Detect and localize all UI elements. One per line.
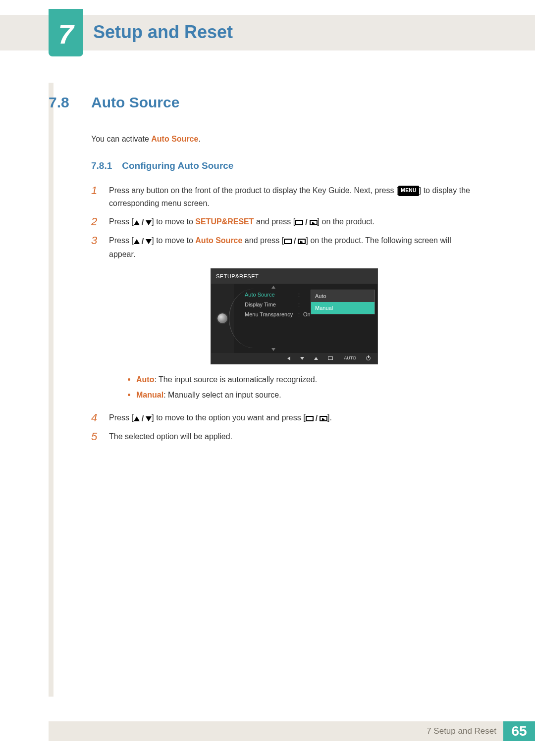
osd-auto-label: AUTO (343, 354, 356, 362)
menu-button-icon: MENU (398, 186, 419, 196)
step-2-text-d: ] on the product. (318, 217, 375, 226)
osd-option-auto: Auto (311, 290, 374, 302)
step-3-target: Auto Source (195, 236, 242, 245)
chapter-title: Setup and Reset (93, 22, 233, 43)
step-4: 4 Press [/] to move to the option you wa… (91, 411, 480, 425)
step-number: 1 (91, 184, 100, 210)
step-3-text-c: and press [ (242, 236, 284, 245)
intro-suffix: . (198, 135, 200, 143)
up-down-arrow-icon: / (134, 216, 152, 229)
step-5: 5 The selected option will be applied. (91, 430, 480, 443)
osd-power-icon (366, 356, 371, 360)
osd-up-icon (314, 357, 318, 360)
intro-prefix: You can activate (91, 135, 151, 143)
step-4-text-a: Press [ (109, 413, 134, 422)
enter-source-icon: / (295, 216, 317, 229)
step-list: 1 Press any button on the front of the p… (91, 184, 480, 444)
section-title: Auto Source (91, 94, 179, 111)
step-number: 4 (91, 411, 100, 425)
step-3-text-a: Press [ (109, 236, 134, 245)
bullet-auto: Auto: The input source is automatically … (128, 373, 480, 386)
osd-footer: AUTO (211, 353, 377, 364)
osd-colon: : (298, 290, 303, 299)
bullet-manual: Manual: Manually select an input source. (128, 389, 480, 402)
bullet-text: : The input source is automatically reco… (154, 375, 317, 384)
osd-scroll-up-icon (271, 286, 275, 289)
step-2-text-b: ] to move to (152, 217, 195, 226)
bullet-term: Manual (136, 391, 163, 399)
step-4-text-c: ]. (327, 413, 332, 422)
osd-colon: : (298, 310, 303, 319)
gear-icon (217, 313, 227, 323)
footer-chapter-label: 7 Setup and Reset (427, 726, 503, 736)
osd-dropdown: Auto Manual (311, 290, 375, 314)
section-number: 7.8 (49, 94, 79, 111)
step-1-text-a: Press any button on the front of the pro… (109, 186, 398, 195)
bullet-icon (128, 378, 130, 381)
osd-enter-icon (328, 356, 333, 360)
up-down-arrow-icon: / (134, 412, 152, 425)
osd-down-icon (300, 357, 304, 360)
step-2: 2 Press [/] to move to SETUP&RESET and p… (91, 215, 480, 229)
step-2-text-a: Press [ (109, 217, 134, 226)
step-3-text-b: ] to move to (152, 236, 195, 245)
subsection-title: Configuring Auto Source (122, 160, 233, 171)
step-1: 1 Press any button on the front of the p… (91, 184, 480, 210)
osd-header: SETUP&RESET (211, 269, 377, 284)
osd-back-icon (287, 356, 290, 360)
chapter-number-badge: 7 (49, 9, 83, 56)
step-number: 5 (91, 430, 100, 443)
intro-text: You can activate Auto Source. (91, 135, 480, 144)
enter-source-icon: / (284, 235, 306, 248)
step-2-text-c: and press [ (254, 217, 296, 226)
osd-scroll-down-icon (271, 348, 275, 351)
bullet-text: : Manually select an input source. (163, 391, 281, 399)
osd-row-label: Menu Transparency (245, 310, 298, 319)
osd-colon: : (298, 300, 303, 309)
step-5-text: The selected option will be applied. (109, 430, 480, 443)
bullet-icon (128, 394, 130, 396)
osd-option-manual: Manual (311, 302, 374, 314)
bullet-term: Auto (136, 375, 154, 384)
footer-bar: 7 Setup and Reset 65 (49, 721, 535, 741)
step-4-text-b: ] to move to the option you want and pre… (152, 413, 305, 422)
osd-row-label: Auto Source (245, 290, 298, 299)
option-bullet-list: Auto: The input source is automatically … (128, 373, 480, 402)
up-down-arrow-icon: / (134, 235, 152, 248)
step-2-target: SETUP&RESET (195, 217, 254, 226)
intro-term: Auto Source (151, 135, 198, 143)
footer-page-number: 65 (503, 721, 535, 741)
step-3: 3 Press [/] to move to Auto Source and p… (91, 234, 480, 406)
step-number: 3 (91, 234, 100, 406)
subsection-number: 7.8.1 (91, 160, 112, 171)
osd-row-label: Display Time (245, 300, 298, 309)
enter-source-icon: / (306, 412, 327, 425)
osd-screenshot: SETUP&RESET Auto Source : (211, 268, 378, 364)
step-number: 2 (91, 215, 100, 229)
